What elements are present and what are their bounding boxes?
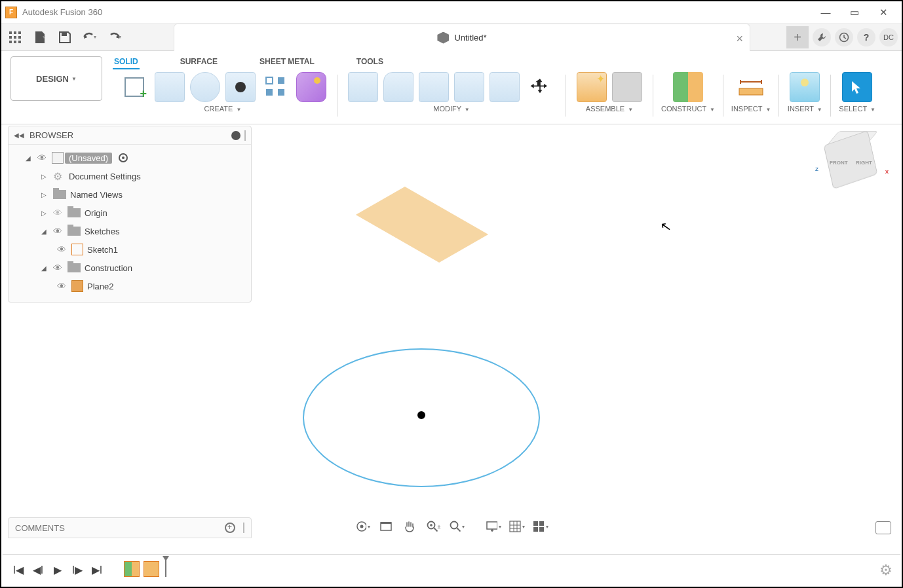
- grid-settings-button[interactable]: ▾: [509, 519, 525, 534]
- extrude-button[interactable]: [155, 72, 185, 102]
- visibility-off-icon[interactable]: 👁: [53, 208, 66, 218]
- expand-icon[interactable]: ▷: [41, 210, 50, 217]
- help-button[interactable]: ?: [857, 28, 875, 46]
- right-cluster: + ? DC: [786, 26, 898, 48]
- group-insert-label[interactable]: INSERT: [788, 105, 814, 113]
- display-settings-button[interactable]: ▾: [486, 519, 501, 534]
- visibility-icon[interactable]: 👁: [53, 226, 66, 236]
- separator: [337, 75, 337, 117]
- group-construct-label[interactable]: CONSTRUCT: [661, 105, 706, 113]
- tree-plane2[interactable]: 👁 Plane2: [12, 277, 247, 295]
- group-create-label[interactable]: CREATE: [204, 105, 233, 113]
- move-button[interactable]: [525, 72, 555, 102]
- expand-icon[interactable]: ◢: [41, 228, 50, 235]
- group-inspect-label[interactable]: INSPECT: [731, 105, 762, 113]
- group-modify-label[interactable]: MODIFY: [433, 105, 461, 113]
- comments-panel[interactable]: COMMENTS: [8, 517, 252, 538]
- offset-button[interactable]: [490, 72, 520, 102]
- file-menu-button[interactable]: ▾: [29, 26, 51, 48]
- tree-named-views[interactable]: ▷ Named Views: [12, 185, 247, 204]
- press-pull-button[interactable]: [348, 72, 378, 102]
- tree-doc-settings[interactable]: ▷ ⚙ Document Settings: [12, 167, 247, 185]
- visibility-icon[interactable]: 👁: [37, 153, 50, 163]
- user-avatar[interactable]: DC: [879, 28, 898, 46]
- timeline-feature-sketch[interactable]: [122, 561, 142, 579]
- minimize-button[interactable]: —: [811, 3, 840, 22]
- group-select-label[interactable]: SELECT: [839, 105, 867, 113]
- workspace-picker[interactable]: DESIGN▼: [10, 56, 102, 101]
- pattern-button[interactable]: [261, 72, 291, 102]
- visibility-icon[interactable]: 👁: [57, 244, 70, 255]
- save-button[interactable]: [54, 26, 76, 48]
- new-component-button[interactable]: ✦: [577, 72, 607, 102]
- expand-icon[interactable]: ◢: [41, 265, 50, 272]
- combine-button[interactable]: [454, 72, 484, 102]
- browser-pin-icon[interactable]: [231, 131, 240, 140]
- undo-button[interactable]: ▾: [79, 26, 101, 48]
- expand-icon[interactable]: ◢: [26, 155, 35, 162]
- svg-rect-12: [266, 89, 273, 96]
- sketch-center-point[interactable]: [417, 411, 425, 419]
- timeline-play-button[interactable]: ▶: [50, 562, 66, 578]
- collapse-icon[interactable]: ◀◀: [14, 132, 24, 139]
- tree-sketch1[interactable]: 👁 Sketch1: [12, 240, 247, 259]
- fillet-button[interactable]: [383, 72, 413, 102]
- tree-root[interactable]: ◢ 👁 (Unsaved): [12, 149, 247, 167]
- expand-icon[interactable]: ▷: [41, 191, 50, 198]
- timeline-feature-plane[interactable]: [142, 561, 161, 579]
- timeline-settings-button[interactable]: ⚙: [879, 562, 893, 579]
- view-cube[interactable]: FRONT RIGHT Z X: [820, 130, 883, 193]
- insert-button[interactable]: [790, 72, 820, 102]
- separator: [723, 75, 723, 117]
- tab-solid[interactable]: SOLID: [113, 55, 140, 69]
- new-tab-button[interactable]: +: [786, 26, 809, 48]
- joint-button[interactable]: [612, 72, 642, 102]
- browser-header[interactable]: ◀◀ BROWSER: [9, 126, 251, 145]
- tab-surface[interactable]: SURFACE: [179, 55, 219, 69]
- job-status-button[interactable]: [813, 28, 831, 46]
- tab-close-button[interactable]: ×: [736, 32, 743, 46]
- create-sketch-button[interactable]: [119, 72, 149, 102]
- tab-tools[interactable]: TOOLS: [355, 55, 385, 69]
- fit-button[interactable]: ▾: [449, 519, 465, 534]
- tree-sketches[interactable]: ◢ 👁 Sketches: [12, 222, 247, 240]
- tree-construction[interactable]: ◢ 👁 Construction: [12, 259, 247, 277]
- document-tab[interactable]: Untitled* ×: [174, 24, 750, 51]
- add-comment-button[interactable]: [225, 523, 235, 533]
- timeline-forward-button[interactable]: I▶: [69, 562, 85, 578]
- data-panel-button[interactable]: [4, 26, 26, 48]
- zoom-button[interactable]: ±: [425, 519, 441, 534]
- group-construct: CONSTRUCT ▼: [657, 71, 719, 113]
- timeline-marker[interactable]: [161, 560, 168, 581]
- redo-button[interactable]: ▾: [104, 26, 126, 48]
- svg-rect-23: [510, 521, 520, 532]
- group-assemble-label[interactable]: ASSEMBLE: [586, 105, 624, 113]
- close-button[interactable]: ✕: [869, 3, 898, 22]
- visibility-icon[interactable]: 👁: [57, 281, 70, 291]
- pan-button[interactable]: [402, 519, 417, 534]
- canvas-area[interactable]: ◀◀ BROWSER ◢ 👁 (Unsaved) ▷ ⚙ Document Se…: [3, 126, 900, 537]
- extensions-button[interactable]: [835, 28, 853, 46]
- select-button[interactable]: [842, 72, 872, 102]
- construction-plane[interactable]: [356, 187, 488, 263]
- timeline-end-button[interactable]: ▶I: [89, 562, 105, 578]
- messages-button[interactable]: [875, 521, 891, 534]
- create-form-button[interactable]: [296, 72, 326, 102]
- timeline-back-button[interactable]: ◀I: [30, 562, 46, 578]
- hole-button[interactable]: [225, 72, 256, 102]
- maximize-button[interactable]: ▭: [840, 3, 869, 22]
- visibility-icon[interactable]: 👁: [53, 263, 66, 273]
- expand-icon[interactable]: ▷: [41, 173, 50, 180]
- activate-radio[interactable]: [119, 153, 128, 162]
- look-at-button[interactable]: [378, 519, 394, 534]
- shell-button[interactable]: [419, 72, 449, 102]
- tree-origin[interactable]: ▷ 👁 Origin: [12, 204, 247, 222]
- timeline-start-button[interactable]: I◀: [10, 562, 26, 578]
- separator: [830, 75, 831, 117]
- viewport-button[interactable]: ▾: [533, 519, 548, 534]
- construct-plane-button[interactable]: [673, 72, 703, 102]
- measure-button[interactable]: [736, 72, 766, 102]
- orbit-button[interactable]: ▾: [355, 519, 370, 534]
- revolve-button[interactable]: [190, 72, 220, 102]
- tab-sheet-metal[interactable]: SHEET METAL: [258, 55, 316, 69]
